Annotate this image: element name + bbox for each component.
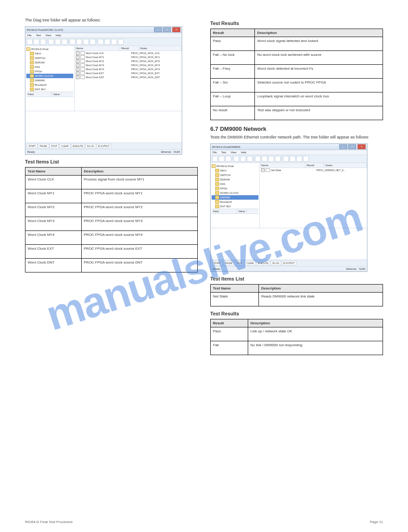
list-row[interactable]: ✓Word Clock MY4PROC_FPGA_WCK_MY4 [75, 67, 182, 71]
menu-view[interactable]: View [231, 151, 237, 154]
boutput-button[interactable]: B.OUTPUT [96, 144, 111, 148]
folder-icon [215, 178, 219, 181]
tree-item[interactable]: DM9000 [26, 78, 73, 83]
tree-item[interactable]: SDRAM [26, 60, 73, 65]
blog-button[interactable]: B.LOG [85, 144, 96, 148]
tool-icon[interactable] [70, 39, 75, 45]
menu-view[interactable]: View [46, 34, 51, 37]
checkbox[interactable]: ✓ [76, 63, 79, 67]
menu-test[interactable]: Test [221, 151, 226, 154]
col-notes[interactable]: Notes [139, 46, 182, 50]
menu-file[interactable]: File [212, 151, 217, 154]
menu-file[interactable]: File [27, 34, 32, 37]
tool-icon[interactable] [104, 39, 110, 45]
tool-icon[interactable] [40, 39, 46, 45]
tree-item[interactable]: FAN [26, 65, 73, 69]
tree-item[interactable]: INFO [212, 168, 258, 173]
col-name[interactable]: Name [260, 163, 305, 168]
col-result[interactable]: Result [305, 163, 324, 168]
minimize-button[interactable]: _ [154, 27, 162, 32]
tool-icon[interactable] [48, 39, 54, 45]
tool-icon[interactable] [268, 156, 274, 162]
tree-root[interactable]: RIO64-D-Final [212, 164, 258, 168]
pause-button[interactable]: PAUSE [223, 261, 234, 265]
tool-icon[interactable] [247, 156, 253, 162]
tree-item[interactable]: SWITCH [212, 173, 258, 177]
pause-button[interactable]: PAUSE [38, 144, 49, 148]
stop-button[interactable]: STOP [235, 261, 245, 265]
tool-icon[interactable] [118, 39, 124, 45]
list-row[interactable]: ✓Word Clock MY3PROC_FPGA_WCK_MY3 [75, 63, 182, 67]
clear-button[interactable]: CLEAR [59, 144, 71, 148]
tool-icon[interactable] [111, 39, 117, 45]
tree-item[interactable]: BrooklynII [26, 83, 73, 87]
list-row[interactable]: ✓Net StatePROC_DM9000_NET_S... [260, 168, 367, 172]
col-name[interactable]: Name [75, 46, 120, 50]
tool-icon[interactable] [33, 39, 39, 45]
tool-icon[interactable] [225, 156, 231, 162]
tool-icon[interactable] [296, 156, 302, 162]
list-row[interactable]: ✓Word Clock DNTPROC_FPGA_WCK_DNT [75, 75, 182, 79]
checkbox[interactable]: ✓ [76, 71, 79, 75]
tool-icon[interactable] [90, 39, 96, 45]
maximize-button[interactable]: □ [163, 27, 171, 32]
tool-icon[interactable] [275, 156, 281, 162]
tree-item[interactable]: FAN [212, 182, 258, 186]
checkbox[interactable]: ✓ [76, 59, 79, 63]
execute-button[interactable]: EXECUTE [256, 261, 271, 265]
tree-item[interactable]: SWITCH [26, 56, 73, 60]
close-button[interactable]: × [172, 27, 180, 32]
col-result[interactable]: Result [120, 46, 139, 50]
tool-icon[interactable] [62, 39, 67, 45]
checkbox[interactable]: ✓ [76, 75, 79, 79]
tool-icon[interactable] [76, 39, 82, 45]
tree-item[interactable]: BrooklynII [212, 200, 258, 204]
tree-item[interactable]: SDRAM [212, 177, 258, 182]
tool-icon[interactable] [262, 156, 267, 162]
list-row[interactable]: ✓Word Clock CLKPROC_FPGA_WCK_CLK [75, 51, 182, 55]
checkbox[interactable]: ✓ [261, 168, 265, 172]
tool-icon[interactable] [219, 156, 225, 162]
table-cell: Word clock detected at incorrect Fs [255, 65, 383, 79]
tool-icon[interactable] [98, 39, 104, 45]
menu-test[interactable]: Test [36, 34, 41, 37]
start-button[interactable]: START [212, 261, 223, 265]
tree-item[interactable]: DNT IEO [212, 204, 258, 209]
maximize-button[interactable]: □ [348, 144, 356, 149]
minimize-button[interactable]: _ [339, 144, 347, 149]
tool-icon[interactable] [290, 156, 296, 162]
list-row[interactable]: ✓Word Clock MY1PROC_FPGA_WCK_MY1 [75, 55, 182, 59]
tool-icon[interactable] [27, 39, 33, 45]
tree-item[interactable]: FPGA [212, 186, 258, 191]
clear-button[interactable]: CLEAR [245, 261, 256, 265]
tool-icon[interactable] [255, 156, 261, 162]
tool-icon[interactable] [303, 156, 309, 162]
tool-icon[interactable] [233, 156, 239, 162]
tree-item[interactable]: DM9000 [212, 195, 258, 200]
tool-icon[interactable] [240, 156, 246, 162]
tree-item[interactable]: WORD CLOCK [212, 191, 258, 195]
close-button[interactable]: × [358, 144, 366, 149]
tree-item[interactable]: INFO [26, 51, 73, 56]
checkbox[interactable]: ✓ [76, 55, 79, 59]
tree-item[interactable]: FPGA [26, 69, 73, 74]
list-row[interactable]: ✓Word Clock MY2PROC_FPGA_WCK_MY2 [75, 59, 182, 63]
menu-help[interactable]: Help [56, 34, 61, 37]
blog-button[interactable]: B.LOG [271, 261, 281, 265]
tree-root[interactable]: RIO64-D-Final [26, 47, 73, 51]
boutput-button[interactable]: B.OUTPUT [282, 261, 296, 265]
execute-button[interactable]: EXECUTE [71, 144, 85, 148]
col-notes[interactable]: Notes [324, 163, 367, 168]
tool-icon[interactable] [55, 39, 61, 45]
tree-item[interactable]: WORD CLOCK [26, 74, 73, 78]
tool-icon[interactable] [283, 156, 289, 162]
start-button[interactable]: START [27, 144, 37, 148]
tool-icon[interactable] [83, 39, 89, 45]
tool-icon[interactable] [212, 156, 218, 162]
checkbox[interactable]: ✓ [76, 67, 79, 71]
list-row[interactable]: ✓Word Clock EXTPROC_FPGA_WCK_EXT [75, 71, 182, 75]
checkbox[interactable]: ✓ [76, 51, 79, 55]
tree-item[interactable]: DNT IEO [26, 87, 73, 92]
menu-help[interactable]: Help [241, 151, 246, 154]
stop-button[interactable]: STOP [50, 144, 59, 148]
